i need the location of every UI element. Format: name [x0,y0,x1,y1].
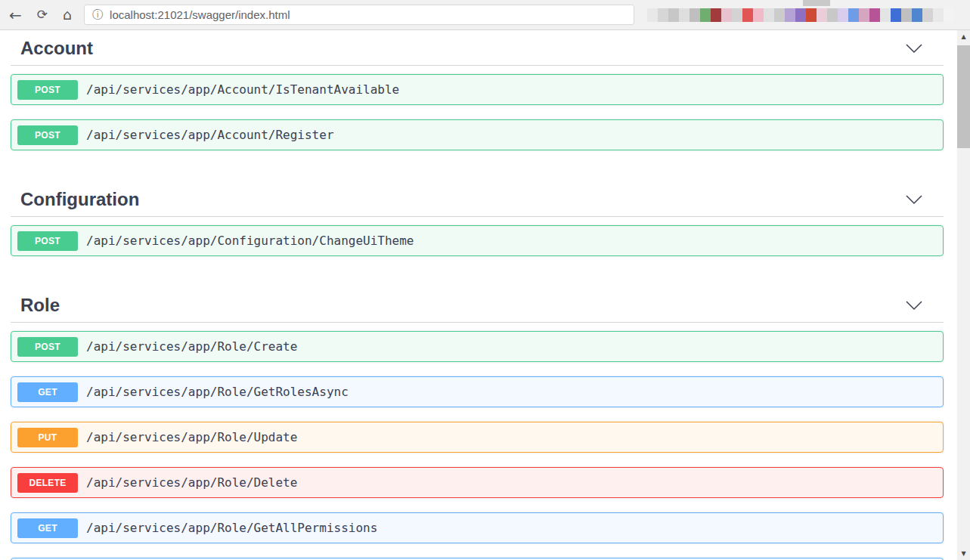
section-header-configuration[interactable]: Configuration [11,165,944,217]
section-header-role[interactable]: Role [11,271,944,323]
endpoint-path: /api/services/app/Role/GetRolesAsync [86,385,349,399]
blurred-bookmarks [647,8,954,22]
url-text[interactable]: localhost:21021/swagger/index.html [110,8,290,21]
refresh-button[interactable]: ⟳ [37,8,48,21]
scrollbar-thumb[interactable] [957,45,970,148]
address-bar[interactable]: ⓘ localhost:21021/swagger/index.html [84,5,634,25]
endpoint-path: /api/services/app/Configuration/ChangeUi… [86,234,414,248]
http-method-badge: PUT [17,428,78,447]
endpoint-row[interactable]: GET /api/services/app/Role/GetRolesAsync [11,376,944,407]
api-section-role: Role POST /api/services/app/Role/Create … [11,271,944,560]
endpoint-path: /api/services/app/Role/Delete [86,475,297,490]
endpoint-row[interactable]: PUT /api/services/app/Role/Update [11,422,944,453]
endpoint-path: /api/services/app/Role/Create [86,339,297,354]
api-section-configuration: Configuration POST /api/services/app/Con… [11,165,944,256]
page-info-icon[interactable]: ⓘ [92,8,103,22]
vertical-scrollbar[interactable]: ▲ ▼ [957,30,970,560]
endpoint-row[interactable]: POST /api/services/app/Account/Register [11,119,944,150]
api-section-account: Account POST /api/services/app/Account/I… [11,33,944,150]
home-button[interactable]: ⌂ [63,8,72,22]
endpoint-row[interactable]: POST /api/services/app/Account/IsTenantA… [11,74,944,105]
endpoint-path: /api/services/app/Role/GetAllPermissions [86,521,377,535]
endpoint-path: /api/services/app/Account/Register [86,128,334,142]
swagger-content: Account POST /api/services/app/Account/I… [0,30,957,560]
endpoint-row[interactable]: POST /api/services/app/Role/Create [11,331,944,362]
endpoint-row[interactable]: GET /api/services/app/Role/GetAllPermiss… [11,512,944,543]
endpoint-row[interactable]: POST /api/services/app/Configuration/Cha… [11,225,944,256]
chevron-down-icon[interactable] [906,44,922,54]
blurred-window-artifact [803,0,830,6]
browser-toolbar: ← ⟳ ⌂ ⓘ localhost:21021/swagger/index.ht… [0,0,970,30]
section-title: Role [20,295,60,316]
back-button[interactable]: ← [9,8,22,23]
http-method-badge: POST [17,80,78,100]
http-method-badge: POST [17,125,78,145]
endpoint-path: /api/services/app/Account/IsTenantAvaila… [86,82,399,97]
http-method-badge: POST [17,337,78,357]
http-method-badge: DELETE [17,473,78,493]
http-method-badge: POST [17,231,78,251]
section-title: Account [20,38,93,59]
scroll-down-button[interactable]: ▼ [957,547,970,560]
section-title: Configuration [20,189,139,210]
http-method-badge: GET [17,382,78,402]
scroll-up-button[interactable]: ▲ [957,30,970,43]
chevron-down-icon[interactable] [906,301,922,311]
endpoint-row[interactable]: DELETE /api/services/app/Role/Delete [11,467,944,498]
endpoint-path: /api/services/app/Role/Update [86,430,297,444]
chevron-down-icon[interactable] [906,195,922,205]
http-method-badge: GET [17,518,78,538]
section-header-account[interactable]: Account [11,33,944,66]
